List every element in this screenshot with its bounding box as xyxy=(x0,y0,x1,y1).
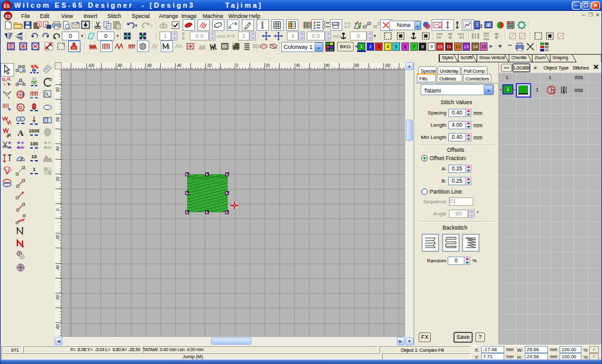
svg-text:1: 1 xyxy=(33,167,35,172)
svg-text:A: A xyxy=(17,128,24,138)
svg-text:1: 1 xyxy=(38,22,41,26)
svg-text:ES: ES xyxy=(4,4,10,8)
svg-text:ES: ES xyxy=(5,14,11,19)
svg-text:100: 100 xyxy=(30,141,39,147)
svg-text:2: 2 xyxy=(480,23,483,29)
svg-text:10: 10 xyxy=(32,154,37,159)
svg-text:1000: 1000 xyxy=(29,128,39,134)
svg-text:D: D xyxy=(19,105,23,111)
